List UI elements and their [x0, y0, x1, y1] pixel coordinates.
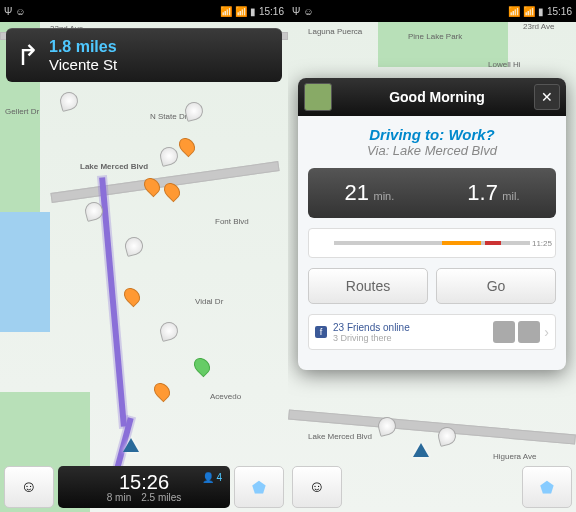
road-label: Gellert Dr: [5, 107, 39, 116]
friends-driving-label: 3 Driving there: [333, 333, 490, 343]
usb-icon: Ψ: [4, 6, 12, 17]
map-canvas[interactable]: 32nd Ave Sigmund Lakeshore Alternative G…: [0, 22, 288, 512]
report-button[interactable]: ⬟: [522, 466, 572, 508]
turn-right-icon: ↱: [16, 39, 39, 72]
report-button[interactable]: ⬟: [234, 466, 284, 508]
arrival-time: 15:26: [119, 472, 169, 492]
signal-icon: 📶: [220, 6, 232, 17]
road-label: Lake Merced Blvd: [308, 432, 372, 441]
eta-distance: 2.5 miles: [141, 492, 181, 503]
wazer-icon[interactable]: [183, 100, 205, 122]
police-pin[interactable]: [121, 285, 144, 308]
status-bar: Ψ ☺ 📶 📶 ▮ 15:16: [0, 0, 288, 22]
trip-distance-value: 1.7: [467, 180, 498, 205]
battery-icon: ▮: [250, 6, 256, 17]
wazer-icon[interactable]: [158, 145, 180, 167]
routes-button[interactable]: Routes: [308, 268, 428, 304]
trip-stats: 21 min. 1.7 mil.: [308, 168, 556, 218]
location-pin[interactable]: [191, 355, 214, 378]
bottom-toolbar: ☺ 👤 4 15:26 8 min 2.5 miles ⬟: [0, 462, 288, 512]
destination-prompt: Driving to: Work?: [308, 126, 556, 143]
app-icon: ☺: [15, 6, 25, 17]
clock: 15:16: [547, 6, 572, 17]
modal-title: Good Morning: [340, 89, 534, 105]
eta-minutes: 8 min: [107, 492, 131, 503]
modal-header: Good Morning ✕: [298, 78, 566, 116]
friends-bar[interactable]: f 23 Friends online 3 Driving there ›: [308, 314, 556, 350]
hazard-pin[interactable]: [176, 135, 199, 158]
next-turn-distance: 1.8 miles: [49, 38, 117, 56]
chevron-right-icon: ›: [544, 324, 549, 340]
drive-suggestion-modal: Good Morning ✕ Driving to: Work? Via: La…: [298, 78, 566, 370]
road-label: Pine Lake Park: [408, 32, 462, 41]
trip-distance-unit: mil.: [502, 190, 519, 202]
friends-online-label: 23 Friends online: [333, 322, 490, 333]
report-icon: ⬟: [540, 478, 554, 497]
road-label: Lowell Hi: [488, 60, 520, 69]
wazer-icon[interactable]: [58, 90, 80, 112]
app-icon: ☺: [303, 6, 313, 17]
signal-icon: 📶: [508, 6, 520, 17]
road-label: Font Blvd: [215, 217, 249, 226]
menu-button[interactable]: ☺: [292, 466, 342, 508]
report-icon: ⬟: [252, 478, 266, 497]
close-icon: ✕: [541, 89, 553, 105]
trip-time-value: 21: [345, 180, 369, 205]
route-via: Via: Lake Merced Blvd: [308, 143, 556, 158]
road-label: 23rd Ave: [523, 22, 554, 31]
road-label: Laguna Puerca: [308, 27, 362, 36]
timeline-eta: 11:25: [532, 239, 552, 248]
usb-icon: Ψ: [292, 6, 300, 17]
friend-thumb: [518, 321, 540, 343]
eta-panel[interactable]: 👤 4 15:26 8 min 2.5 miles: [58, 466, 230, 508]
traffic-timeline[interactable]: 11:25: [308, 228, 556, 258]
bottom-toolbar: ☺ ⬟: [288, 462, 576, 512]
road-label: Vidal Dr: [195, 297, 223, 306]
waze-icon: ☺: [21, 478, 37, 496]
road-label: Acevedo: [210, 392, 241, 401]
signal-icon: 📶: [523, 6, 535, 17]
go-button[interactable]: Go: [436, 268, 556, 304]
trip-time-unit: min.: [373, 190, 394, 202]
menu-button[interactable]: ☺: [4, 466, 54, 508]
right-screenshot: Ψ ☺ 📶 📶 ▮ 15:16 Laguna Puerca Pine Lake …: [288, 0, 576, 512]
facebook-icon: f: [315, 326, 327, 338]
current-location-arrow: [123, 438, 139, 452]
road-label: Lake Merced Blvd: [80, 162, 148, 171]
user-avatar[interactable]: [304, 83, 332, 111]
friend-count: 👤 4: [202, 472, 222, 483]
signal-icon: 📶: [235, 6, 247, 17]
next-turn-street: Vicente St: [49, 56, 117, 73]
car-avatar[interactable]: [123, 235, 145, 257]
road-label: Higuera Ave: [493, 452, 536, 461]
left-screenshot: Ψ ☺ 📶 📶 ▮ 15:16 32nd Ave Sigmund Lakesho…: [0, 0, 288, 512]
navigation-banner[interactable]: ↱ 1.8 miles Vicente St: [6, 28, 282, 82]
current-location-arrow: [413, 443, 429, 457]
waze-icon: ☺: [309, 478, 325, 496]
wazer-icon[interactable]: [158, 320, 180, 342]
clock: 15:16: [259, 6, 284, 17]
battery-icon: ▮: [538, 6, 544, 17]
road-label: N State Dr: [150, 112, 187, 121]
close-button[interactable]: ✕: [534, 84, 560, 110]
location-pin[interactable]: [151, 380, 174, 403]
friend-thumb: [493, 321, 515, 343]
status-bar: Ψ ☺ 📶 📶 ▮ 15:16: [288, 0, 576, 22]
